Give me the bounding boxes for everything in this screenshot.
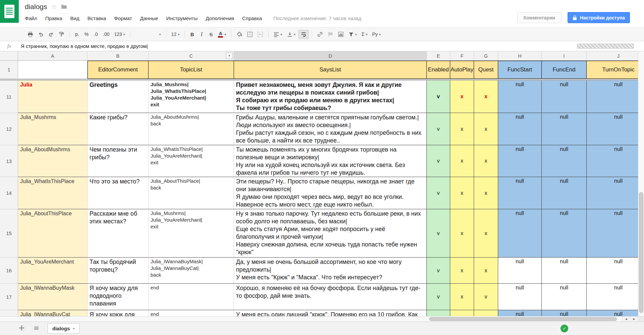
redo-button[interactable] — [46, 30, 56, 39]
cell-C15[interactable]: Julia_Mushrms| Julia_YouAreMerchant| exi… — [149, 209, 234, 258]
cell-D12[interactable]: Грибы Ашуры, маленькие и светятся приятн… — [234, 113, 427, 145]
sheets-logo-icon[interactable] — [0, 0, 19, 23]
cell-A16[interactable]: Julia_YouAreMerchant — [18, 258, 87, 284]
horizontal-align-button[interactable]: ▾ — [272, 30, 284, 39]
cell-A13[interactable]: Julia_AboutMushrms — [18, 145, 87, 177]
paint-format-button[interactable] — [57, 30, 66, 39]
row-header-18[interactable]: 18 — [0, 310, 18, 316]
cell-B12[interactable]: Какие грибы? — [87, 113, 149, 145]
more-formats-button[interactable]: 123 ▾ — [112, 30, 127, 39]
cell-D13[interactable]: Ты можешь поменять их у многих бродячих … — [234, 145, 427, 177]
vertical-scrollbar-thumb[interactable] — [639, 192, 643, 313]
cell-F14[interactable]: x — [450, 177, 474, 209]
row-header-14[interactable]: 14 — [0, 177, 18, 209]
cell-A17[interactable]: Julia_IWannaBuyMask — [18, 284, 87, 310]
font-family-dropdown[interactable]: ▾ — [133, 30, 163, 39]
cell-I16[interactable]: null — [542, 258, 587, 284]
cell-B13[interactable]: Чем полезны эти грибы? — [87, 145, 149, 177]
scroll-left-button[interactable]: ◀ — [622, 317, 630, 322]
cell-B15[interactable]: Расскажи мне об этих местах? — [87, 209, 149, 258]
row-header-11[interactable]: 11 — [0, 80, 18, 113]
col-header-J[interactable]: J — [587, 51, 638, 61]
cell-E16[interactable]: v — [427, 258, 450, 284]
col-header-A[interactable]: A — [18, 51, 87, 61]
cell-G18[interactable] — [474, 310, 498, 316]
functions-button[interactable]: Σ ▾ — [360, 30, 370, 39]
cell-E14[interactable]: v — [427, 177, 450, 209]
cell-H11[interactable]: null — [498, 80, 542, 113]
row-header-12[interactable]: 12 — [0, 113, 18, 145]
cell-I1[interactable]: FuncEnd — [542, 61, 587, 79]
merge-cells-button[interactable] — [255, 30, 265, 39]
cell-G17[interactable]: v — [474, 284, 498, 310]
input-tools-button[interactable]: Ру ▾ — [370, 30, 383, 39]
cell-I18[interactable]: null — [542, 310, 587, 316]
cell-F17[interactable]: x — [450, 284, 474, 310]
menu-file[interactable]: Файл — [25, 15, 37, 21]
folder-icon[interactable] — [61, 4, 67, 9]
cell-I11[interactable]: null — [542, 80, 587, 113]
cell-B1[interactable]: EditorComment — [87, 61, 149, 79]
all-sheets-button[interactable]: ≡ — [34, 324, 39, 332]
cell-D14[interactable]: Эти пещеры? Ну.. Просто старые пещеры, н… — [234, 177, 427, 209]
cell-H17[interactable]: null — [498, 284, 542, 310]
row-header-1[interactable]: 1 — [0, 61, 18, 79]
cell-J17[interactable]: null — [587, 284, 638, 310]
cell-H14[interactable]: null — [498, 177, 542, 209]
cell-F16[interactable]: x — [450, 258, 474, 284]
cell-D15[interactable]: Ну я знаю только парочку. Тут недалеко е… — [234, 209, 427, 258]
cell-F11[interactable]: x — [450, 80, 474, 113]
cell-I14[interactable]: null — [542, 177, 587, 209]
cell-G12[interactable]: x — [474, 113, 498, 145]
cell-G16[interactable]: x — [474, 258, 498, 284]
cell-F1[interactable]: AutoPlay — [450, 61, 474, 79]
cell-A12[interactable]: Julia_Mushrms — [18, 113, 87, 145]
cell-G15[interactable]: x — [474, 209, 498, 258]
cell-I15[interactable]: null — [542, 209, 587, 258]
cell-G1[interactable]: Quest — [474, 61, 498, 79]
col-header-F[interactable]: F — [450, 51, 474, 61]
cell-B14[interactable]: Что это за место? — [87, 177, 149, 209]
cell-J1[interactable]: TurnOnTopic — [587, 61, 638, 79]
cell-E11[interactable]: v — [427, 80, 450, 113]
cell-D18[interactable]: У меня есть один лишний "крюк". Поменяю … — [234, 310, 427, 316]
italic-button[interactable]: I — [197, 30, 206, 39]
vertical-align-button[interactable]: ▾ — [285, 30, 298, 39]
grid-corner[interactable] — [0, 51, 18, 61]
cell-F18[interactable] — [450, 310, 474, 316]
sheet-tab-menu-icon[interactable]: ▾ — [73, 327, 75, 330]
undo-button[interactable] — [36, 30, 46, 39]
cell-E18[interactable] — [427, 310, 450, 316]
cell-B11[interactable]: Greetings — [87, 80, 149, 113]
cell-I13[interactable]: null — [542, 145, 587, 177]
col-header-C[interactable]: C▾ — [149, 51, 234, 61]
document-title[interactable]: dialogs — [25, 3, 47, 11]
cell-C1[interactable]: TopicList — [149, 61, 234, 79]
cell-A15[interactable]: Julia_AboutThisPlace — [18, 209, 87, 258]
cell-J15[interactable]: null — [587, 209, 638, 258]
col-header-H[interactable]: H — [498, 51, 542, 61]
cell-B17[interactable]: Я хочу маску для подводного плавания — [87, 284, 149, 310]
menu-view[interactable]: Вид — [70, 15, 79, 21]
share-button[interactable]: Настройки доступа — [568, 12, 630, 23]
cell-E17[interactable]: v — [427, 284, 450, 310]
cell-H18[interactable]: null — [498, 310, 542, 316]
cell-C17[interactable]: end — [149, 284, 234, 310]
cell-F13[interactable]: x — [450, 145, 474, 177]
cell-J16[interactable]: null — [587, 258, 638, 284]
text-color-button[interactable]: A ▾ — [216, 30, 228, 39]
cell-D11[interactable]: Привет незнакомец, меня зовут Джулия. Я … — [234, 80, 427, 113]
cell-H12[interactable]: null — [498, 113, 542, 145]
horizontal-scrollbar-thumb[interactable] — [429, 317, 617, 321]
cell-D17[interactable]: Хорошо, я поменяю её на бочку фосфора. Е… — [234, 284, 427, 310]
cell-C18[interactable]: end — [149, 310, 234, 316]
cell-J14[interactable]: null — [587, 177, 638, 209]
add-sheet-button[interactable]: + — [18, 323, 25, 333]
scroll-right-button[interactable]: ▶ — [630, 317, 638, 322]
row-header-16[interactable]: 16 — [0, 258, 18, 284]
cell-B18[interactable]: Я хочу крюк для — [87, 310, 149, 316]
percent-format-button[interactable]: % — [82, 30, 91, 39]
row-header-13[interactable]: 13 — [0, 145, 18, 177]
strikethrough-button[interactable]: S — [207, 30, 215, 39]
cell-G13[interactable]: x — [474, 145, 498, 177]
